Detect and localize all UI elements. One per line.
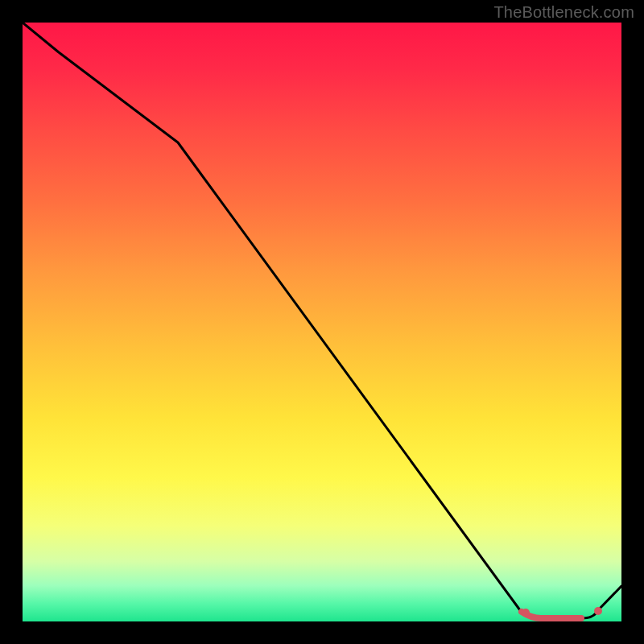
chart-svg (23, 23, 621, 621)
marker-dot-right (594, 607, 602, 615)
bottom-highlight (522, 612, 581, 618)
chart-container: TheBottleneck.com (0, 0, 644, 644)
curve-line (23, 23, 621, 618)
marker-dot-left (522, 609, 530, 617)
plot-area (23, 23, 621, 621)
watermark-text: TheBottleneck.com (493, 3, 634, 22)
